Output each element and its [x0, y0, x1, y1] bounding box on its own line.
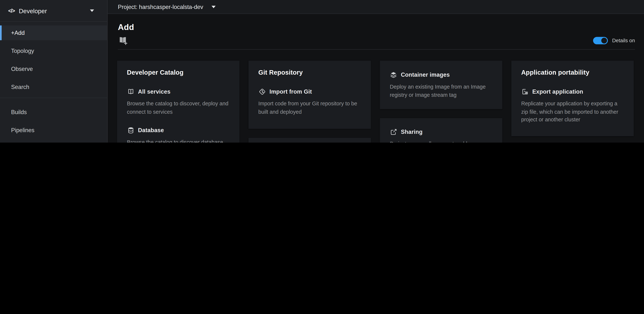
toggle-knob: [602, 38, 607, 43]
project-selector[interactable]: Project: harshcasper-localsta-dev: [118, 3, 216, 10]
code-icon: </>: [8, 8, 15, 14]
details-toggle-group: Details on: [593, 37, 635, 44]
sidebar: </> Developer +AddTopologyObserveSearchB…: [0, 0, 108, 143]
catalog-column: Git RepositoryImport from GitImport code…: [248, 61, 371, 142]
card-git-repository: Git RepositoryImport from GitImport code…: [248, 61, 371, 129]
card-item-head: Import from Git: [258, 88, 361, 95]
card-item-label: Export application: [532, 88, 583, 95]
card-developer-catalog: Developer CatalogAll servicesBrowse the …: [117, 61, 240, 142]
card-item-label: Import from Git: [270, 88, 312, 95]
share-icon: [390, 128, 397, 135]
card-item-description: Import code from your Git repository to …: [258, 100, 361, 116]
card-item-import-from-git[interactable]: Import from GitImport code from your Git…: [258, 88, 361, 116]
page-header-toolbar: Details on: [118, 36, 635, 50]
details-toggle-label: Details on: [612, 38, 635, 43]
sidebar-item-topology[interactable]: Topology: [0, 43, 107, 58]
sidebar-item-add[interactable]: +Add: [0, 25, 107, 40]
card-title: Application portability: [521, 69, 624, 76]
card-item-label: Container images: [401, 71, 450, 78]
card-item-export-application[interactable]: Export applicationReplicate your applica…: [521, 88, 624, 124]
card-item-description: Replicate your application by exporting …: [521, 100, 624, 124]
details-toggle[interactable]: [593, 37, 608, 44]
sidebar-nav: +AddTopologyObserveSearchBuildsPipelines…: [0, 22, 107, 143]
catalog-column: Container imagesDeploy an existing Image…: [380, 61, 502, 142]
card-item-all-services[interactable]: All servicesBrowse the catalog to discov…: [127, 88, 230, 116]
card-item-description: Browse the catalog to discover, deploy a…: [127, 100, 230, 116]
openshift-console: </> Developer +AddTopologyObserveSearchB…: [0, 0, 644, 143]
book-icon: [127, 88, 134, 95]
page-title: Add: [118, 22, 635, 32]
book-plus-icon[interactable]: [118, 36, 128, 45]
chevron-down-icon: [212, 5, 216, 8]
project-selector-bar: Project: harshcasper-localsta-dev: [108, 0, 644, 14]
layers-icon: [390, 71, 397, 78]
card-serverless: fnCreate Serverless functionCreate and d…: [248, 138, 371, 143]
project-selector-label: Project: harshcasper-localsta-dev: [118, 3, 203, 10]
card-item-description: Browse the catalog to discover database …: [127, 138, 230, 143]
card-application-portability: Application portabilityExport applicatio…: [511, 61, 634, 136]
main-content: Project: harshcasper-localsta-dev Add: [108, 0, 644, 143]
card-item-label: All services: [138, 88, 170, 95]
card-title: Developer Catalog: [127, 69, 230, 76]
sidebar-item-builds[interactable]: Builds: [0, 105, 107, 119]
perspective-label: Developer: [19, 7, 47, 14]
card-item-database[interactable]: DatabaseBrowse the catalog to discover d…: [127, 126, 230, 143]
chevron-down-icon: [90, 9, 94, 12]
catalog-column: Developer CatalogAll servicesBrowse the …: [117, 61, 240, 142]
sidebar-item-helm[interactable]: Helm: [0, 141, 107, 143]
sidebar-item-search[interactable]: Search: [0, 80, 107, 94]
card-item-description: Deploy an existing Image from an Image r…: [390, 83, 492, 99]
card-item-description: Project access allows you to add or remo…: [390, 140, 492, 143]
export-icon: [521, 88, 529, 95]
catalog-column: Application portabilityExport applicatio…: [511, 61, 634, 142]
card-title: Git Repository: [258, 69, 361, 76]
sidebar-divider: [0, 98, 107, 98]
database-icon: [127, 126, 134, 134]
page-header: Add Details on: [108, 14, 644, 50]
card-container-images: Container imagesDeploy an existing Image…: [380, 61, 502, 109]
perspective-switcher[interactable]: </> Developer: [0, 0, 107, 22]
card-sharing: SharingProject access allows you to add …: [380, 118, 502, 143]
card-item-label: Database: [138, 127, 164, 133]
sidebar-item-observe[interactable]: Observe: [0, 62, 107, 76]
card-item-head: Export application: [521, 88, 624, 95]
card-item-head: Container images: [390, 71, 492, 78]
card-item-head: Sharing: [390, 128, 492, 135]
card-item-head: All services: [127, 88, 230, 95]
git-icon: [258, 88, 266, 95]
card-item-container-images[interactable]: Container imagesDeploy an existing Image…: [390, 71, 492, 99]
add-options-grid: Developer CatalogAll servicesBrowse the …: [108, 50, 644, 143]
sidebar-item-pipelines[interactable]: Pipelines: [0, 123, 107, 137]
card-item-label: Sharing: [401, 128, 422, 135]
card-item-head: Database: [127, 126, 230, 134]
card-item-sharing[interactable]: SharingProject access allows you to add …: [390, 128, 492, 143]
